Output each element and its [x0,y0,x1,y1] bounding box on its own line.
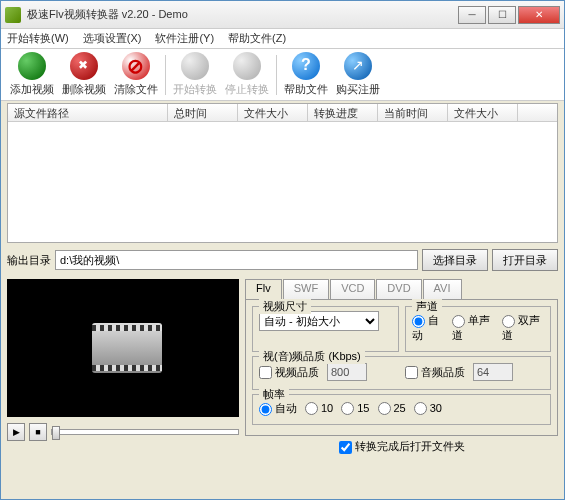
delete-video-button[interactable]: 删除视频 [59,50,109,99]
fps-auto-radio[interactable]: ​自动 [259,401,297,416]
menu-register[interactable]: 软件注册(Y) [155,31,214,46]
fps-label: 帧率 [259,387,289,402]
menu-start[interactable]: 开始转换(W) [7,31,69,46]
video-size-select[interactable]: 自动 - 初始大小 [259,311,379,331]
tab-swf[interactable]: SWF [283,279,329,299]
file-list-table[interactable]: 源文件路径 总时间 文件大小 转换进度 当前时间 文件大小 [7,103,558,243]
help-file-button[interactable]: 帮助文件 [281,50,331,99]
buy-icon [344,52,372,80]
add-video-button[interactable]: 添加视频 [7,50,57,99]
fps-15-radio[interactable]: ​15 [341,402,369,416]
window-title: 极速Flv视频转换器 v2.20 - Demo [27,7,458,22]
video-size-label: 视频尺寸 [259,299,311,314]
video-size-group: 视频尺寸 自动 - 初始大小 [252,306,399,352]
open-dir-button[interactable]: 打开目录 [492,249,558,271]
ch-stereo-radio[interactable]: ​双声道 [502,313,544,343]
preview-seek-slider[interactable] [51,429,239,435]
toolbar: 添加视频 删除视频 清除文件 开始转换 停止转换 帮助文件 购买注册 [1,49,564,101]
toolbar-separator [276,55,277,95]
start-convert-button[interactable]: 开始转换 [170,50,220,99]
output-dir-label: 输出目录 [7,253,51,268]
output-dir-input[interactable] [55,250,418,270]
tab-dvd[interactable]: DVD [376,279,421,299]
buy-register-button[interactable]: 购买注册 [333,50,383,99]
menu-help[interactable]: 帮助文件(Z) [228,31,286,46]
close-button[interactable]: ✕ [518,6,560,24]
delete-icon [70,52,98,80]
menubar: 开始转换(W) 选项设置(X) 软件注册(Y) 帮助文件(Z) [1,29,564,49]
app-icon [5,7,21,23]
fps-30-radio[interactable]: ​30 [414,402,442,416]
col-source-path[interactable]: 源文件路径 [8,104,168,121]
settings-panel: Flv SWF VCD DVD AVI 视频尺寸 自动 - 初始大小 声道 ​自… [245,279,558,457]
table-header: 源文件路径 总时间 文件大小 转换进度 当前时间 文件大小 [8,104,557,122]
maximize-button[interactable]: ☐ [488,6,516,24]
fps-10-radio[interactable]: ​10 [305,402,333,416]
video-quality-checkbox[interactable]: ​视频品质 [259,365,319,380]
stop-convert-button[interactable]: 停止转换 [222,50,272,99]
preview-panel: ▶ ■ [7,279,239,457]
open-after-checkbox[interactable]: ​转换完成后打开文件夹 [339,439,465,454]
titlebar: 极速Flv视频转换器 v2.20 - Demo ─ ☐ ✕ [1,1,564,29]
output-row: 输出目录 选择目录 打开目录 [1,245,564,275]
toolbar-separator [165,55,166,95]
preview-play-button[interactable]: ▶ [7,423,25,441]
fps-25-radio[interactable]: ​25 [378,402,406,416]
film-icon [92,323,162,373]
stop-icon [233,52,261,80]
video-quality-input[interactable] [327,363,367,381]
menu-options[interactable]: 选项设置(X) [83,31,142,46]
preview-stop-button[interactable]: ■ [29,423,47,441]
clear-files-button[interactable]: 清除文件 [111,50,161,99]
format-tabs: Flv SWF VCD DVD AVI [245,279,558,299]
play-icon [181,52,209,80]
ch-mono-radio[interactable]: ​单声道 [452,313,494,343]
video-preview [7,279,239,417]
col-total-time[interactable]: 总时间 [168,104,238,121]
add-icon [18,52,46,80]
col-file-size[interactable]: 文件大小 [238,104,308,121]
tab-avi[interactable]: AVI [423,279,462,299]
fps-group: 帧率 ​自动 ​10 ​15 ​25 ​30 [252,394,551,425]
audio-channel-group: 声道 ​自动 ​单声道 ​双声道 [405,306,552,352]
clear-icon [122,52,150,80]
select-dir-button[interactable]: 选择目录 [422,249,488,271]
col-progress[interactable]: 转换进度 [308,104,378,121]
quality-label: 视(音)频品质 (Kbps) [259,349,365,364]
slider-thumb[interactable] [52,426,60,440]
tab-vcd[interactable]: VCD [330,279,375,299]
audio-quality-checkbox[interactable]: ​音频品质 [405,365,465,380]
col-current-time[interactable]: 当前时间 [378,104,448,121]
audio-channel-label: 声道 [412,299,442,314]
ch-auto-radio[interactable]: ​自动 [412,313,445,343]
help-icon [292,52,320,80]
minimize-button[interactable]: ─ [458,6,486,24]
quality-group: 视(音)频品质 (Kbps) ​视频品质 ​音频品质 [252,356,551,390]
tab-flv[interactable]: Flv [245,279,282,299]
col-file-size-2[interactable]: 文件大小 [448,104,518,121]
audio-quality-input[interactable] [473,363,513,381]
